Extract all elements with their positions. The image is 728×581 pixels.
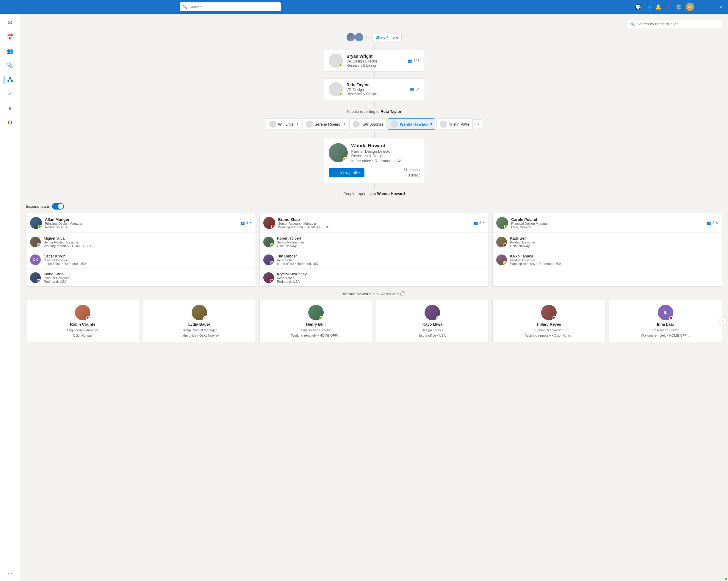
allan-header[interactable]: Allan Munger Principal Design Manager Re… [26,213,256,233]
keiko-location: Working remotely • Redmond, USA [510,262,561,266]
mona-member[interactable]: Mona Kane Product Designer Redmond, USA [26,269,256,286]
inna-status [669,316,673,320]
krystal-member[interactable]: Krystal McKinney Researcher Redmond, USA [260,269,489,286]
tab-will-little[interactable]: Will Little 3 [266,119,302,130]
carole-expand[interactable]: ∧ [716,221,718,225]
kadji-member[interactable]: Kadji Bell Product Designer Oslo, Norway [493,233,722,251]
inna-card[interactable]: IL Inna Laar Research Director Working r… [609,300,722,342]
kadji-status [503,243,506,247]
mona-title: Product Designer [44,276,69,280]
connector-1 [374,44,374,50]
maximize-button[interactable]: □ [708,4,714,9]
hillary-location: Working remotely • Oslo, Norw... [525,334,572,337]
sidebar-item-notes[interactable]: ≡ [4,102,17,115]
close-button[interactable]: ✕ [718,4,724,9]
sidebar-item-attach[interactable]: 📎 [4,59,17,72]
bryan-status [339,64,343,68]
sidebar-item-tasks[interactable]: ✓ [4,87,17,101]
sidebar-item-orgchart[interactable] [4,73,17,86]
tabs-more-button[interactable]: › [474,119,482,129]
tab-kristin-patte[interactable]: Kristin Patte [437,119,473,130]
bryan-card[interactable]: Bryan Wright VP, Design Director Researc… [324,50,425,72]
henry-card[interactable]: Henry Brill Engineering Director Working… [259,300,372,342]
settings-icon[interactable]: ⚙️ [676,4,682,10]
robert-location: Oslo, Norway [277,244,304,248]
titlebar: 🔍 💬 👥 🔔 ❓ ⚙️ AV − □ ✕ [0,0,728,14]
wanda-status [343,157,347,162]
miguel-member[interactable]: Miguel Silva Senior Product Designer Wor… [26,233,256,251]
connector-2 [374,72,374,78]
miguel-avatar [30,237,41,247]
oscar-member[interactable]: OK Oscar Krogh Product Designer In the o… [26,251,256,269]
name-search-input[interactable] [637,22,719,26]
sidebar-item-more[interactable]: … [4,565,17,579]
minimize-button[interactable]: − [698,4,704,9]
name-search[interactable]: 🔍 [627,20,722,28]
wanda-info: Wanda Howard Partner Design Director Res… [352,143,401,163]
hillary-card[interactable]: Hillary Reyes Senior Researcher Working … [492,300,605,342]
expand-team-toggle[interactable] [52,203,64,209]
bruno-header[interactable]: Bruno Zhao Senior Research Manager Worki… [260,213,489,233]
carole-title: Principal Design Manager [511,222,704,225]
search-bar[interactable]: 🔍 [180,2,281,11]
reporting-reta-label: People reporting to Reta Taylor [347,109,401,114]
krystal-status [270,279,274,283]
search-input[interactable] [189,5,278,9]
allan-reports: 👥 3 ∧ [240,221,252,225]
lydia-name: Lydia Bauer [188,322,210,327]
sidebar-item-office[interactable]: O [4,116,17,129]
kadji-name: Kadji Bell [510,236,535,241]
avatar[interactable]: AV [686,3,694,11]
lydia-card[interactable]: Lydia Bauer Group Product Manager In the… [143,300,256,342]
main-content: 🔍 +1 Show 4 more Bryan Wright [20,14,728,581]
sidebar-item-people[interactable]: 👥 [4,45,17,58]
kadji-title: Product Designer [510,241,535,244]
henry-status [319,316,323,320]
kadji-avatar [496,237,507,247]
tim-status [270,261,274,265]
lydia-avatar [191,305,207,320]
tim-member[interactable]: Tim Deboer Researcher In the office • Re… [260,251,489,269]
tab-wanda-howard[interactable]: Wanda Howard 3 [388,119,435,130]
bruno-name: Bruno Zhao [278,217,471,222]
view-profile-button[interactable]: 👤 View profile [329,168,365,177]
oscar-initials: OK [33,258,38,262]
tab-serena-ribeiro[interactable]: Serena Ribeiro 3 [303,119,348,130]
kayo-avatar [424,305,440,320]
tab-katri-ahokas[interactable]: Katri Ahokas [349,119,387,130]
keiko-title: Product Designer [510,258,561,262]
avatar-extra1 [355,33,363,41]
chat-icon[interactable]: 💬 [635,4,641,10]
hillary-name: Hillary Reyes [537,322,561,327]
carole-info: Carole Poland Principal Design Manager O… [511,217,704,229]
avatar-kn [346,33,355,41]
will-tab-name: Will Little [278,122,294,126]
svg-point-2 [11,80,13,82]
svg-line-3 [8,79,10,80]
robert-member[interactable]: Robert Tolbert Senior Researcher Oslo, N… [260,233,489,251]
sidebar-item-calendar[interactable]: 📅 [4,30,17,44]
help-icon[interactable]: ❓ [666,4,672,10]
krystal-name: Krystal McKinney [277,272,307,276]
allan-expand[interactable]: ∧ [249,221,252,225]
bell-icon[interactable]: 🔔 [655,4,661,10]
carole-header[interactable]: Carole Poland Principal Design Manager O… [493,213,722,233]
show-more-button[interactable]: Show 4 more [372,34,401,41]
bruno-expand[interactable]: ∧ [482,221,485,225]
reta-name: Reta Taylor [346,82,407,87]
kayo-card[interactable]: Kayo Miwa Design partner In the office •… [376,300,489,342]
sidebar-item-mail[interactable]: ✉ [4,16,17,29]
robert-info: Robert Tolbert Senior Researcher Oslo, N… [277,236,304,248]
connector-5 [374,183,374,189]
reta-card[interactable]: Reta Taylor VP, Design Research & Design… [324,78,425,100]
teams-icon[interactable]: 👥 [645,4,651,10]
inna-name: Inna Laar [657,322,674,327]
robin-card[interactable]: Robin Counts Engineering Manager Oslo, N… [26,300,139,342]
bryan-avatar [329,54,343,68]
keiko-name: Keiko Tanaka [510,254,561,258]
svg-point-0 [9,77,11,79]
carole-reports: 👥 3 ∧ [707,221,718,225]
keiko-member[interactable]: Keiko Tanaka Product Designer Working re… [493,251,722,269]
katri-tab-name: Katri Ahokas [362,122,383,126]
carousel-next-button[interactable]: › [719,317,727,325]
